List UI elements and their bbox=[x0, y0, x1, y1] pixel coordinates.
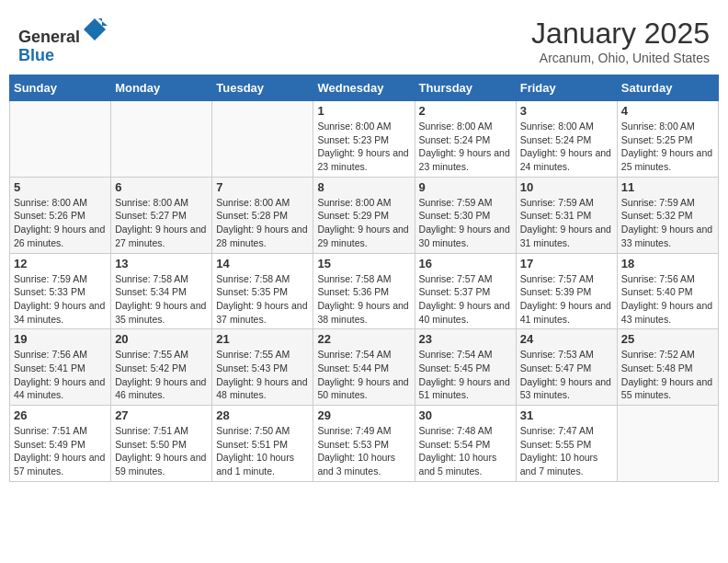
day-number: 14 bbox=[216, 257, 309, 270]
day-cell: 3Sunrise: 8:00 AM Sunset: 5:24 PM Daylig… bbox=[516, 101, 617, 178]
week-row-3: 12Sunrise: 7:59 AM Sunset: 5:33 PM Dayli… bbox=[10, 253, 719, 329]
day-cell: 22Sunrise: 7:54 AM Sunset: 5:44 PM Dayli… bbox=[313, 329, 415, 406]
day-info: Sunrise: 7:59 AM Sunset: 5:31 PM Dayligh… bbox=[520, 196, 613, 250]
logo-icon bbox=[82, 17, 108, 42]
day-info: Sunrise: 7:57 AM Sunset: 5:39 PM Dayligh… bbox=[520, 272, 613, 327]
day-info: Sunrise: 7:59 AM Sunset: 5:32 PM Dayligh… bbox=[621, 196, 714, 250]
week-row-4: 19Sunrise: 7:56 AM Sunset: 5:41 PM Dayli… bbox=[10, 329, 719, 406]
day-number: 3 bbox=[520, 104, 613, 118]
logo-general-text: General bbox=[18, 28, 80, 46]
day-info: Sunrise: 7:54 AM Sunset: 5:45 PM Dayligh… bbox=[419, 348, 512, 402]
day-info: Sunrise: 8:00 AM Sunset: 5:24 PM Dayligh… bbox=[520, 120, 613, 174]
day-number: 19 bbox=[14, 332, 107, 346]
day-info: Sunrise: 7:59 AM Sunset: 5:33 PM Dayligh… bbox=[14, 272, 107, 327]
day-number: 30 bbox=[419, 408, 512, 422]
day-cell: 23Sunrise: 7:54 AM Sunset: 5:45 PM Dayli… bbox=[415, 329, 516, 406]
day-number: 9 bbox=[419, 180, 512, 194]
day-cell: 7Sunrise: 8:00 AM Sunset: 5:28 PM Daylig… bbox=[212, 177, 313, 253]
day-info: Sunrise: 7:53 AM Sunset: 5:47 PM Dayligh… bbox=[520, 348, 613, 402]
day-info: Sunrise: 8:00 AM Sunset: 5:29 PM Dayligh… bbox=[317, 196, 410, 250]
day-cell: 16Sunrise: 7:57 AM Sunset: 5:37 PM Dayli… bbox=[415, 253, 516, 329]
day-number: 29 bbox=[317, 408, 410, 422]
day-cell: 17Sunrise: 7:57 AM Sunset: 5:39 PM Dayli… bbox=[516, 253, 617, 329]
day-cell: 4Sunrise: 8:00 AM Sunset: 5:25 PM Daylig… bbox=[617, 101, 718, 178]
month-title: January 2025 bbox=[531, 17, 710, 51]
day-number: 22 bbox=[317, 332, 410, 346]
day-info: Sunrise: 8:00 AM Sunset: 5:24 PM Dayligh… bbox=[419, 120, 512, 174]
day-number: 27 bbox=[115, 408, 208, 422]
day-number: 16 bbox=[419, 257, 512, 270]
day-info: Sunrise: 7:51 AM Sunset: 5:49 PM Dayligh… bbox=[14, 424, 107, 478]
title-block: January 2025 Arcanum, Ohio, United State… bbox=[531, 17, 710, 65]
day-info: Sunrise: 7:59 AM Sunset: 5:30 PM Dayligh… bbox=[419, 196, 512, 250]
day-cell: 28Sunrise: 7:50 AM Sunset: 5:51 PM Dayli… bbox=[212, 406, 313, 482]
day-number: 5 bbox=[14, 180, 107, 194]
weekday-header-thursday: Thursday bbox=[415, 75, 516, 101]
day-number: 15 bbox=[317, 257, 410, 270]
day-info: Sunrise: 7:54 AM Sunset: 5:44 PM Dayligh… bbox=[317, 348, 410, 402]
week-row-2: 5Sunrise: 8:00 AM Sunset: 5:26 PM Daylig… bbox=[10, 177, 719, 253]
day-info: Sunrise: 7:56 AM Sunset: 5:41 PM Dayligh… bbox=[14, 348, 107, 402]
day-number: 23 bbox=[419, 332, 512, 346]
day-cell: 10Sunrise: 7:59 AM Sunset: 5:31 PM Dayli… bbox=[516, 177, 617, 253]
day-number: 10 bbox=[520, 180, 613, 194]
day-info: Sunrise: 7:48 AM Sunset: 5:54 PM Dayligh… bbox=[419, 424, 512, 478]
day-cell bbox=[10, 101, 111, 178]
day-cell: 24Sunrise: 7:53 AM Sunset: 5:47 PM Dayli… bbox=[516, 329, 617, 406]
day-number: 26 bbox=[14, 408, 107, 422]
day-cell: 13Sunrise: 7:58 AM Sunset: 5:34 PM Dayli… bbox=[111, 253, 212, 329]
day-number: 20 bbox=[115, 332, 208, 346]
day-cell: 5Sunrise: 8:00 AM Sunset: 5:26 PM Daylig… bbox=[10, 177, 111, 253]
day-info: Sunrise: 8:00 AM Sunset: 5:25 PM Dayligh… bbox=[621, 120, 714, 174]
day-cell: 6Sunrise: 8:00 AM Sunset: 5:27 PM Daylig… bbox=[111, 177, 212, 253]
day-info: Sunrise: 7:58 AM Sunset: 5:34 PM Dayligh… bbox=[115, 272, 208, 327]
logo: General Blue bbox=[18, 17, 108, 65]
week-row-1: 1Sunrise: 8:00 AM Sunset: 5:23 PM Daylig… bbox=[10, 101, 719, 178]
day-info: Sunrise: 7:52 AM Sunset: 5:48 PM Dayligh… bbox=[621, 348, 714, 402]
day-info: Sunrise: 7:55 AM Sunset: 5:43 PM Dayligh… bbox=[216, 348, 309, 402]
day-info: Sunrise: 8:00 AM Sunset: 5:28 PM Dayligh… bbox=[216, 196, 309, 250]
day-cell: 2Sunrise: 8:00 AM Sunset: 5:24 PM Daylig… bbox=[415, 101, 516, 178]
weekday-header-wednesday: Wednesday bbox=[313, 75, 415, 101]
day-number: 31 bbox=[520, 408, 613, 422]
day-cell: 20Sunrise: 7:55 AM Sunset: 5:42 PM Dayli… bbox=[111, 329, 212, 406]
week-row-5: 26Sunrise: 7:51 AM Sunset: 5:49 PM Dayli… bbox=[10, 406, 719, 482]
logo-blue-text: Blue bbox=[18, 46, 54, 64]
day-info: Sunrise: 7:50 AM Sunset: 5:51 PM Dayligh… bbox=[216, 424, 309, 478]
day-number: 17 bbox=[520, 257, 613, 270]
day-cell: 27Sunrise: 7:51 AM Sunset: 5:50 PM Dayli… bbox=[111, 406, 212, 482]
day-info: Sunrise: 7:57 AM Sunset: 5:37 PM Dayligh… bbox=[419, 272, 512, 327]
day-number: 8 bbox=[317, 180, 410, 194]
day-cell: 8Sunrise: 8:00 AM Sunset: 5:29 PM Daylig… bbox=[313, 177, 415, 253]
location: Arcanum, Ohio, United States bbox=[531, 51, 710, 65]
weekday-header-saturday: Saturday bbox=[617, 75, 718, 101]
day-info: Sunrise: 7:49 AM Sunset: 5:53 PM Dayligh… bbox=[317, 424, 410, 478]
day-cell: 21Sunrise: 7:55 AM Sunset: 5:43 PM Dayli… bbox=[212, 329, 313, 406]
day-info: Sunrise: 7:58 AM Sunset: 5:35 PM Dayligh… bbox=[216, 272, 309, 327]
day-cell: 18Sunrise: 7:56 AM Sunset: 5:40 PM Dayli… bbox=[617, 253, 718, 329]
day-info: Sunrise: 7:56 AM Sunset: 5:40 PM Dayligh… bbox=[621, 272, 714, 327]
day-info: Sunrise: 7:47 AM Sunset: 5:55 PM Dayligh… bbox=[520, 424, 613, 478]
day-number: 13 bbox=[115, 257, 208, 270]
day-number: 11 bbox=[621, 180, 714, 194]
day-cell: 15Sunrise: 7:58 AM Sunset: 5:36 PM Dayli… bbox=[313, 253, 415, 329]
day-cell: 11Sunrise: 7:59 AM Sunset: 5:32 PM Dayli… bbox=[617, 177, 718, 253]
day-number: 21 bbox=[216, 332, 309, 346]
day-cell: 25Sunrise: 7:52 AM Sunset: 5:48 PM Dayli… bbox=[617, 329, 718, 406]
day-cell bbox=[212, 101, 313, 178]
day-cell: 31Sunrise: 7:47 AM Sunset: 5:55 PM Dayli… bbox=[516, 406, 617, 482]
day-cell: 19Sunrise: 7:56 AM Sunset: 5:41 PM Dayli… bbox=[10, 329, 111, 406]
weekday-header-sunday: Sunday bbox=[10, 75, 111, 101]
calendar: SundayMondayTuesdayWednesdayThursdayFrid… bbox=[9, 75, 719, 482]
day-number: 7 bbox=[216, 180, 309, 194]
weekday-header-monday: Monday bbox=[111, 75, 212, 101]
day-number: 4 bbox=[621, 104, 714, 118]
day-number: 28 bbox=[216, 408, 309, 422]
day-cell: 9Sunrise: 7:59 AM Sunset: 5:30 PM Daylig… bbox=[415, 177, 516, 253]
day-number: 6 bbox=[115, 180, 208, 194]
day-cell bbox=[111, 101, 212, 178]
day-number: 24 bbox=[520, 332, 613, 346]
day-info: Sunrise: 7:58 AM Sunset: 5:36 PM Dayligh… bbox=[317, 272, 410, 327]
day-number: 18 bbox=[621, 257, 714, 270]
weekday-header-row: SundayMondayTuesdayWednesdayThursdayFrid… bbox=[10, 75, 719, 101]
